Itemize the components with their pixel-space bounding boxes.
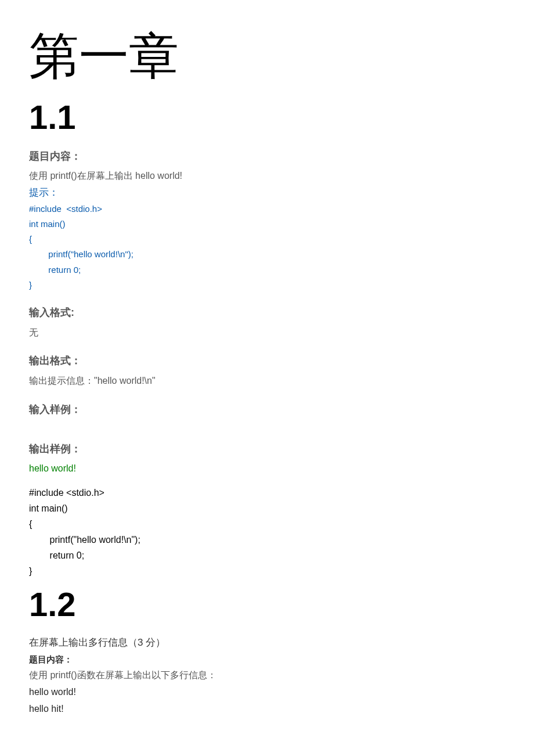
section-1-number: 1.1 (29, 100, 505, 134)
topic-label-2: 题目内容： (29, 651, 505, 667)
input-format-label: 输入格式: (29, 303, 505, 322)
solution-code-block: #include <stdio.h> int main() { printf("… (29, 485, 505, 579)
hint-label: 提示： (29, 185, 505, 201)
section-2-number: 1.2 (29, 588, 505, 621)
output-format-label: 输出格式： (29, 351, 505, 370)
output-line-1: hello world! (29, 684, 505, 701)
chapter-title: 第一章 (29, 29, 505, 84)
topic-text: 使用 printf()在屏幕上输出 hello world! (29, 168, 505, 185)
output-sample-text: hello world! (29, 460, 505, 476)
input-format-text: 无 (29, 325, 505, 341)
output-line-2: hello hit! (29, 701, 505, 718)
section-2-title: 在屏幕上输出多行信息（3 分） (29, 634, 505, 652)
topic-label: 题目内容： (29, 147, 505, 165)
topic-text-2: 使用 printf()函数在屏幕上输出以下多行信息： (29, 667, 505, 684)
output-sample-label: 输出样例： (29, 440, 505, 458)
input-sample-label: 输入样例： (29, 400, 505, 419)
output-format-text: 输出提示信息："hello world!\n" (29, 373, 505, 390)
hint-code-block: #include <stdio.h> int main() { printf("… (29, 201, 505, 293)
